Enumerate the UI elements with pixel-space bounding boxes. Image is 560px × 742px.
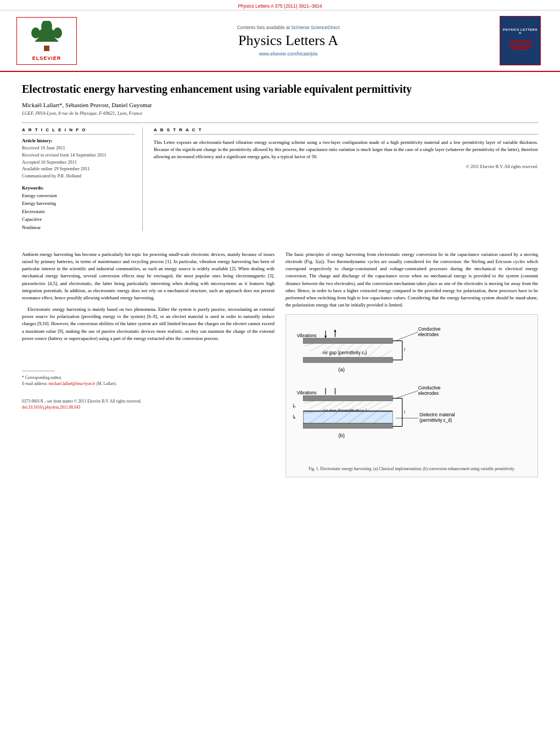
svg-rect-46 — [303, 411, 393, 412]
page: Physics Letters A 375 (2011) 3921–3924 E… — [0, 0, 560, 742]
cover-line-1 — [508, 41, 533, 42]
svg-point-4 — [53, 27, 62, 38]
keyword-5: Nonlinear — [22, 224, 135, 231]
received-date: Received 16 June 2011 — [22, 144, 135, 152]
article-info-abstract: A R T I C L E I N F O Article history: R… — [22, 122, 538, 231]
body-columns: Ambient energy harvesting has become a p… — [0, 251, 560, 477]
svg-rect-21 — [303, 358, 393, 362]
svg-line-19 — [367, 344, 383, 358]
corresponding-note: * Corresponding author. — [22, 375, 275, 381]
body-col-left: Ambient energy harvesting has become a p… — [22, 251, 275, 477]
svg-text:i: i — [404, 410, 405, 415]
svg-text:Air gap (permittivity ε₀): Air gap (permittivity ε₀) — [322, 350, 367, 355]
cover-line-2 — [511, 43, 530, 44]
svg-text:Conductive: Conductive — [418, 386, 441, 390]
svg-line-12 — [303, 344, 316, 347]
article-info: A R T I C L E I N F O Article history: R… — [22, 127, 143, 231]
figure-diagram: Vibrations Air gap (permittivity ε₀) — [290, 319, 533, 460]
article-info-heading: A R T I C L E I N F O — [22, 127, 135, 135]
svg-text:l₁: l₁ — [293, 415, 296, 420]
cover-line-3 — [508, 46, 533, 47]
svg-text:l₀: l₀ — [293, 404, 296, 409]
header-center: Contents lists available at SciVerse Sci… — [82, 25, 494, 57]
article-content: Electrostatic energy harvesting enhancem… — [0, 72, 560, 244]
keyword-4: Capacitive — [22, 215, 135, 223]
svg-line-20 — [380, 350, 393, 358]
svg-text:Vibrations: Vibrations — [297, 391, 317, 396]
figure-caption: Fig. 1. Electrostatic energy harvesting:… — [309, 466, 515, 472]
footnote-area: * Corresponding author. E-mail address: … — [22, 364, 275, 410]
keywords-section: Keywords: Energy conversion Energy harve… — [22, 185, 135, 231]
journal-title: Physics Letters A — [82, 32, 494, 49]
header-section: ELSEVIER Contents lists available at Sci… — [0, 10, 560, 72]
keywords-label: Keywords: — [22, 185, 135, 191]
cover-lines — [507, 37, 534, 53]
sciverse-link-text[interactable]: SciVerse ScienceDirect — [291, 25, 339, 30]
elsevier-tree-icon — [25, 21, 69, 54]
body-para-1: Ambient energy harvesting has become a p… — [22, 251, 275, 302]
available-date: Available online 29 September 2011 — [22, 165, 135, 172]
elsevier-brand-text: ELSEVIER — [20, 55, 73, 61]
abstract-section: A B S T R A C T This Letter exposes an e… — [154, 127, 538, 231]
svg-line-26 — [396, 332, 418, 341]
issn-line: 0375-9601/$ – see front matter © 2011 El… — [22, 398, 275, 404]
sciverse-link: Contents lists available at SciVerse Sci… — [82, 25, 494, 30]
svg-text:(a): (a) — [338, 367, 344, 373]
issn-area: 0375-9601/$ – see front matter © 2011 El… — [22, 398, 275, 411]
body-para-2: Electrostatic energy harvesting is mainl… — [22, 306, 275, 342]
svg-text:Dielectric material: Dielectric material — [419, 412, 455, 417]
svg-point-3 — [31, 27, 40, 38]
article-title: Electrostatic energy harvesting enhancem… — [22, 82, 538, 96]
svg-text:Conductive: Conductive — [418, 327, 441, 332]
footnote-divider — [22, 371, 55, 371]
svg-rect-56 — [303, 423, 393, 428]
revised-date: Received in revised form 14 September 20… — [22, 152, 135, 159]
journal-citation: Physics Letters A 375 (2011) 3921–3924 — [238, 3, 322, 9]
email-note: E-mail address: mickael.lallart@insa-lyo… — [22, 381, 275, 387]
svg-line-37 — [310, 401, 326, 409]
history-label: Article history: — [22, 138, 135, 143]
keyword-3: Electrostatic — [22, 208, 135, 215]
svg-rect-30 — [303, 396, 393, 401]
svg-line-61 — [396, 391, 418, 399]
journal-bar: Physics Letters A 375 (2011) 3921–3924 — [0, 0, 560, 10]
affiliation: LGEF, INSA-Lyon, 8 rue de la Physique, F… — [22, 110, 538, 116]
svg-text:electrodes: electrodes — [418, 333, 439, 338]
svg-text:Vibrations: Vibrations — [297, 333, 317, 338]
figure-content: Vibrations Air gap (permittivity ε₀) — [290, 319, 533, 472]
doi-link[interactable]: doi:10.1016/j.physleta.2011.08.043 — [22, 405, 80, 410]
doi-line: doi:10.1016/j.physleta.2011.08.043 — [22, 404, 275, 410]
abstract-heading: A B S T R A C T — [154, 127, 538, 135]
svg-text:(b): (b) — [338, 433, 344, 438]
keyword-1: Energy conversion — [22, 192, 135, 199]
journal-url[interactable]: www.elsevier.com/locate/pla — [82, 51, 494, 57]
svg-rect-0 — [44, 46, 49, 51]
journal-cover: PHYSICS LETTERS A — [500, 16, 544, 65]
cover-box: PHYSICS LETTERS A — [500, 16, 541, 65]
svg-line-43 — [367, 401, 383, 410]
keyword-2: Energy harvesting — [22, 199, 135, 207]
svg-line-36 — [303, 401, 316, 404]
elsevier-logo: ELSEVIER — [16, 17, 77, 65]
abstract-text: This Letter exposes an electrostatic-bas… — [154, 139, 538, 161]
svg-text:(permittivity ε_d): (permittivity ε_d) — [419, 419, 452, 423]
svg-rect-47 — [303, 412, 393, 423]
body-col-right: The basic principles of energy harvestin… — [285, 251, 538, 477]
cover-line-4 — [513, 49, 528, 50]
svg-rect-6 — [303, 338, 393, 343]
body-para-3: The basic principles of energy harvestin… — [285, 251, 538, 309]
accepted-date: Accepted 16 September 2011 — [22, 159, 135, 166]
cover-title-text: PHYSICS LETTERS A — [502, 28, 538, 35]
svg-text:i: i — [404, 347, 405, 352]
copyright: © 2011 Elsevier B.V. All rights reserved… — [154, 164, 538, 169]
authors: Mickaël Lallart*, Sébastien Pruvost, Dan… — [22, 102, 538, 108]
communicated-by: Communicated by P.R. Holland — [22, 172, 135, 180]
elsevier-logo-inner: ELSEVIER — [16, 17, 77, 65]
svg-text:electrodes: electrodes — [418, 392, 439, 397]
email-link[interactable]: mickael.lallart@insa-lyon.fr — [49, 381, 96, 386]
figure-area: Vibrations Air gap (permittivity ε₀) — [285, 314, 538, 477]
